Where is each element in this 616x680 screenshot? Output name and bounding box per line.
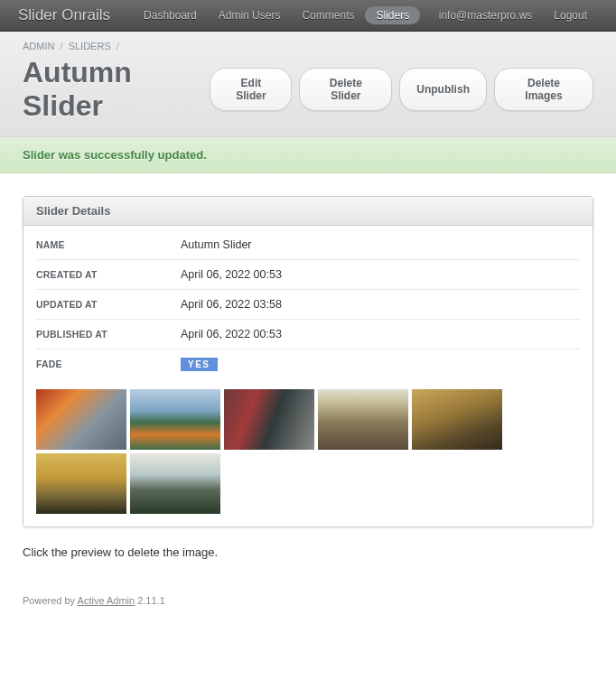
topbar: Slider Onrails Dashboard Admin Users Com…: [0, 0, 616, 32]
slider-details-panel: Slider Details NAME Autumn Slider CREATE…: [23, 196, 593, 527]
footer-version: 2.11.1: [135, 595, 165, 606]
attr-row-published: PUBLISHED AT April 06, 2022 00:53: [36, 320, 580, 349]
image-thumbnail[interactable]: [36, 453, 126, 514]
attr-label: UPDATED AT: [36, 299, 181, 310]
nav-logout[interactable]: Logout: [543, 5, 598, 25]
attr-value: Autumn Slider: [181, 238, 252, 251]
attr-label: NAME: [36, 239, 181, 250]
image-thumbnail[interactable]: [412, 389, 502, 450]
breadcrumb-admin[interactable]: ADMIN: [23, 41, 54, 51]
panel-header: Slider Details: [23, 197, 593, 226]
delete-slider-button[interactable]: Delete Slider: [299, 68, 392, 111]
attr-label: PUBLISHED AT: [36, 329, 181, 340]
brand: Slider Onrails: [18, 6, 110, 24]
content: Slider Details NAME Autumn Slider CREATE…: [0, 173, 616, 582]
attr-value: April 06, 2022 03:58: [181, 298, 282, 311]
attr-label: FADE: [36, 359, 181, 369]
nav-email[interactable]: info@masterpro.ws: [428, 5, 544, 25]
breadcrumb-sliders[interactable]: SLIDERS: [69, 41, 111, 51]
fade-badge: YES: [181, 358, 218, 371]
flash-notice: Slider was successfully updated.: [0, 137, 616, 173]
nav-admin-users[interactable]: Admin Users: [208, 5, 292, 25]
nav-comments[interactable]: Comments: [291, 5, 365, 25]
image-thumbnail[interactable]: [36, 389, 126, 450]
nav-dashboard[interactable]: Dashboard: [133, 5, 208, 25]
image-thumbnail[interactable]: [130, 453, 220, 514]
attributes-table: NAME Autumn Slider CREATED AT April 06, …: [36, 230, 580, 378]
attr-label: CREATED AT: [36, 269, 181, 280]
nav-sliders[interactable]: Sliders: [365, 6, 420, 24]
header-area: ADMIN / SLIDERS / Autumn Slider Edit Sli…: [0, 32, 616, 137]
footer: Powered by Active Admin 2.11.1: [0, 582, 616, 619]
attr-value: April 06, 2022 00:53: [181, 268, 282, 281]
image-thumbnail[interactable]: [130, 389, 220, 450]
image-thumbnail[interactable]: [318, 389, 408, 450]
image-thumbnail[interactable]: [224, 389, 314, 450]
image-thumbnails: [36, 389, 580, 514]
action-buttons: Edit Slider Delete Slider Unpublish Dele…: [210, 68, 593, 111]
page-title: Autumn Slider: [23, 56, 210, 123]
attr-value: April 06, 2022 00:53: [181, 328, 282, 340]
attr-row-fade: FADE YES: [36, 349, 580, 378]
delete-images-button[interactable]: Delete Images: [494, 68, 593, 111]
breadcrumb-sep: /: [117, 41, 119, 51]
footer-text: Powered by: [23, 595, 78, 606]
edit-slider-button[interactable]: Edit Slider: [210, 68, 292, 111]
attr-value: YES: [181, 358, 218, 370]
breadcrumb: ADMIN / SLIDERS /: [23, 41, 593, 51]
unpublish-button[interactable]: Unpublish: [399, 68, 487, 111]
footer-link[interactable]: Active Admin: [78, 595, 135, 606]
breadcrumb-sep: /: [61, 41, 63, 51]
header-row: Autumn Slider Edit Slider Delete Slider …: [23, 56, 593, 123]
delete-hint: Click the preview to delete the image.: [23, 545, 593, 559]
top-nav: Dashboard Admin Users Comments Sliders i…: [133, 5, 598, 25]
attr-row-updated: UPDATED AT April 06, 2022 03:58: [36, 290, 580, 320]
attr-row-name: NAME Autumn Slider: [36, 230, 580, 260]
panel-body: NAME Autumn Slider CREATED AT April 06, …: [23, 226, 593, 526]
attr-row-created: CREATED AT April 06, 2022 00:53: [36, 260, 580, 290]
